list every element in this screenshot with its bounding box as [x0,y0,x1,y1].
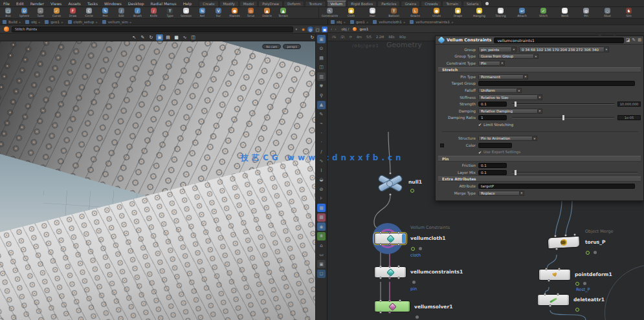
display-flag[interactable] [402,234,405,243]
dropdown-arrow-icon[interactable]: ▾ [512,47,516,52]
node-body[interactable] [537,294,570,306]
shelf-tool[interactable]: C Circle [81,8,97,17]
shelf-tool[interactable]: ● Flames [227,8,243,17]
viewport-option-icon[interactable]: ⌇ [317,166,326,175]
shelf-tool[interactable]: ● Drape [447,8,469,17]
dropdown-arrow-icon[interactable]: ▾ [538,109,542,114]
viewport-option-icon[interactable]: ▤ [317,54,326,62]
shelf-tool[interactable]: L Grains [405,8,426,17]
node-vellumcloth1[interactable]: Vellum Constraints vellumcloth1 cloth [374,233,406,244]
viewport-tool-icon[interactable]: ◫ [190,34,197,41]
shelf-tool[interactable]: ↖ Constraints [319,8,340,17]
viewport-option-icon[interactable]: ◒ [317,176,326,184]
viewport-tool-icon[interactable]: ∿ [181,34,188,41]
breadcrumb-item[interactable]: geo1 [356,20,365,24]
scene-viewport[interactable]: No campersp1 [0,41,315,320]
shelf-tab[interactable]: Grains [401,1,420,6]
network-menu-item[interactable]: /2\ [340,35,345,39]
parameter-header-icon[interactable]: ◪ [626,37,630,43]
network-menu-item[interactable]: ⟳ [350,35,352,39]
breadcrumb-item[interactable]: vellumcloth1 [379,20,402,24]
current-tool-field[interactable]: Stitch Points [12,27,293,32]
shelf-tab[interactable]: Rigid Bodies [347,1,377,6]
node-torus-p[interactable]: Object Merge torus_P [548,237,580,248]
shelf-tab[interactable]: PolyDraw [258,1,283,6]
shelf-tool[interactable]: N Net [194,8,210,17]
viewport-tool-icon[interactable]: ↻ [148,34,155,41]
slider-track[interactable] [512,172,638,173]
parameter-header-icon[interactable]: ✎ [632,37,636,43]
nav-back-icon[interactable]: ‹ [331,27,332,31]
network-menu-item[interactable]: 4m [357,35,362,39]
shelf-tool[interactable]: F Draw [65,8,81,17]
network-menu-item[interactable]: 9Op [399,35,406,39]
paw-icon[interactable]: ✱ [300,27,306,32]
viewport-tool-icon[interactable]: ↖ [131,34,138,41]
value-field[interactable]: 0.1 [478,163,507,168]
dropdown[interactable]: Guess from Group [478,54,534,59]
shelf-tool[interactable]: ↩ Attach [511,8,533,17]
menu-item[interactable]: Render [27,1,47,6]
breadcrumb-item[interactable]: cloth_setup [74,20,94,24]
checkbox[interactable]: ✔ [478,122,482,127]
section-header[interactable]: Pin [438,156,641,162]
viewport-tool-icon[interactable]: ✎ [139,34,146,41]
slider-track[interactable] [512,117,614,118]
nav-forward-icon[interactable]: › [335,27,336,31]
network-path-current[interactable]: geo1 [359,27,368,31]
viewport-option-icon[interactable]: ▲ [317,101,326,109]
shelf-tab[interactable]: Terrain [442,1,462,6]
shelf-tab[interactable]: Vellum [327,1,347,6]
shelf-tool[interactable]: T Balloon [383,8,405,17]
shelf-tool[interactable]: ▢ Box [0,8,16,17]
shelf-tool[interactable]: ● Hanging [469,8,490,17]
dropdown-arrow-icon[interactable]: ▾ [520,191,524,196]
shelf-tab[interactable]: Deform [283,1,304,6]
dropdown-arrow-icon[interactable]: ▾ [605,47,609,52]
node-vellumconstraints1[interactable]: vellumconstraints1 pin [374,266,406,278]
viewport-option-icon[interactable]: ⚲ [317,91,326,100]
viewport-option-icon[interactable]: ❀ [317,232,326,240]
dropdown-arrow-icon[interactable]: ▾ [524,74,528,80]
display-badge[interactable] [411,247,415,251]
parameter-header-icon[interactable]: ⊞ [638,37,641,43]
shelf-tab[interactable]: Particles [377,1,400,6]
menu-item[interactable]: Assets [65,1,84,6]
viewport-option-icon[interactable]: · [317,129,326,137]
text-field[interactable] [478,81,635,86]
shelf-tool[interactable]: / Edit [113,8,129,17]
slider-handle[interactable] [515,170,516,175]
shelf-tool[interactable]: / Brush [129,8,146,17]
slider-track[interactable] [512,103,614,105]
menu-item[interactable]: Help [180,1,195,6]
value-field[interactable]: 1 [478,115,507,120]
viewport-option-icon[interactable]: ▥ [317,72,326,81]
dropdown-arrow-icon[interactable]: ▾ [534,54,539,59]
shelf-tab[interactable]: Crowds [421,1,441,6]
menu-item[interactable]: File [0,1,13,6]
node-body[interactable] [548,236,581,250]
shelf-tool[interactable]: ● Tearing [490,8,511,17]
shelf-tool[interactable]: ▲ Debris [259,8,275,17]
shelf-tool[interactable]: ◌ Glue [597,8,618,17]
viewport-option-icon[interactable]: ◫ [317,63,326,72]
info-badge[interactable] [419,247,422,250]
dropdown[interactable]: pin_points [478,47,512,52]
viewport-option-icon[interactable]: ▦ [317,204,326,212]
breadcrumb-item[interactable]: geo1 [50,20,60,24]
shelf-tool[interactable]: ✎ Pen [97,8,113,17]
shelf-tab[interactable]: Texture [305,1,326,6]
network-menu-item[interactable]: 8Eb [388,35,395,39]
dropdown[interactable]: Permanent [478,74,524,80]
network-menu-item[interactable]: 2.2M [376,35,384,39]
shelf-tool[interactable]: ▣ Session [178,8,194,17]
viewport-option-icon[interactable]: ▭ [317,251,326,259]
box-icon[interactable]: ▢ [315,27,320,32]
shelf-tool[interactable]: ✓ Stitch [533,8,554,17]
shelf-tool[interactable]: ● Hair [362,8,383,17]
shelf-tool[interactable]: ▲ Terrain [275,8,291,17]
viewport-option-icon[interactable]: ⌁ [317,120,326,128]
text-field[interactable] [478,143,512,148]
display-badge[interactable] [575,308,579,312]
viewport-option-icon[interactable]: ▣ [317,260,326,268]
